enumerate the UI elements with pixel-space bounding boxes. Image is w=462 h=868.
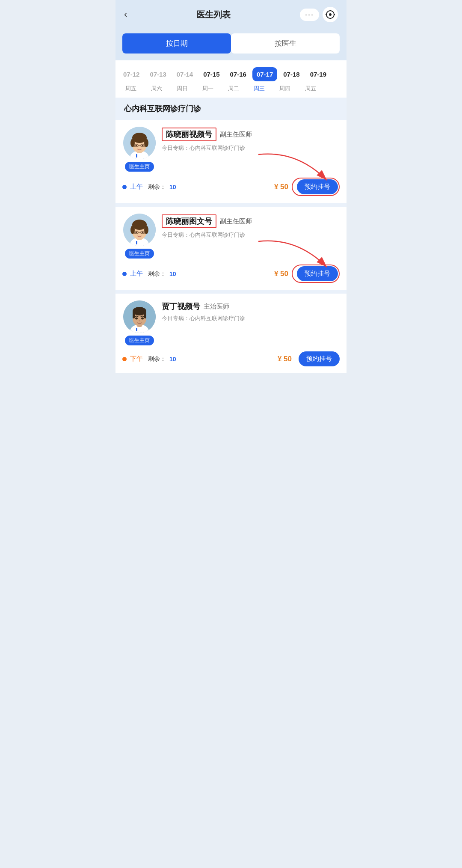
date-num: 07-18	[283, 71, 299, 78]
svg-point-41	[135, 318, 138, 320]
svg-rect-32	[136, 241, 137, 244]
date-item-0718[interactable]: 07-18	[279, 67, 304, 81]
date-num: 07-19	[310, 71, 326, 78]
page-title: 医生列表	[127, 9, 300, 21]
svg-point-31	[142, 232, 144, 233]
svg-point-1	[329, 13, 332, 16]
svg-point-30	[136, 232, 137, 233]
appt-time: 上午	[130, 183, 143, 191]
doctor-name-3: 贾丁视频号	[162, 301, 200, 312]
appt-price-3: ¥ 50	[278, 355, 292, 363]
avatar	[123, 127, 156, 159]
date-item-0719[interactable]: 07-19	[306, 67, 331, 81]
header: ‹ 医生列表 ···	[116, 0, 346, 29]
tab-by-doctor[interactable]: 按医生	[231, 33, 340, 54]
doctor-name-row-3: 贾丁视频号 主治医师	[162, 301, 340, 312]
appt-remain-label-2: 剩余：	[148, 270, 166, 278]
doctor-top: 医生主页 陈晓丽视频号 副主任医师 今日专病：心内科互联网诊疗门诊	[122, 127, 340, 172]
date-num: 07-16	[230, 71, 246, 78]
book-button-2[interactable]: 预约挂号	[297, 266, 338, 281]
date-num: 07-17	[257, 71, 273, 78]
day-0714: 周日	[170, 85, 194, 92]
avatar-wrap-2: 医生主页	[122, 214, 157, 259]
doctor-specialty-3: 今日专病：心内科互联网诊疗门诊	[162, 314, 340, 323]
doctor-home-btn-3[interactable]: 医生主页	[125, 336, 154, 345]
day-0712: 周五	[119, 85, 143, 92]
doctor-name-row: 陈晓丽视频号 副主任医师	[162, 128, 340, 141]
appt-remain-num: 10	[169, 184, 176, 190]
date-num: 07-13	[150, 71, 166, 78]
date-item-0716[interactable]: 07-16	[226, 67, 251, 81]
date-item-0712[interactable]: 07-12	[119, 67, 144, 81]
avatar-wrap: 医生主页	[122, 127, 157, 172]
appt-remain-label-3: 剩余：	[148, 355, 166, 363]
doctor-specialty-2: 今日专病：心内科互联网诊疗门诊	[162, 231, 340, 239]
divider-2	[116, 290, 346, 294]
appt-row-2: 上午 剩余： 10 ¥ 50 预约挂号	[122, 259, 340, 290]
svg-rect-43	[136, 328, 137, 331]
day-0715: 周一	[196, 85, 220, 92]
appt-remain-num-3: 10	[169, 356, 176, 363]
book-btn-wrap-2: 预约挂号	[292, 265, 340, 283]
day-0718: 周四	[273, 85, 297, 92]
appt-dot	[122, 185, 127, 189]
svg-point-17	[142, 145, 144, 146]
doctor-home-btn-2[interactable]: 医生主页	[125, 249, 154, 259]
divider-1	[116, 203, 346, 207]
svg-rect-18	[136, 154, 137, 158]
appt-price-2: ¥ 50	[274, 270, 288, 278]
doctor-info-2: 陈晓丽图文号 副主任医师 今日专病：心内科互联网诊疗门诊	[162, 214, 340, 239]
appt-dot-2	[122, 272, 127, 276]
avatar-3	[123, 300, 156, 333]
day-0716: 周二	[222, 85, 246, 92]
day-0717: 周三	[247, 85, 271, 92]
more-button[interactable]: ···	[300, 9, 319, 21]
svg-rect-40	[144, 311, 146, 318]
day-0713: 周六	[145, 85, 169, 92]
doctor-card-jiading: 医生主页 贾丁视频号 主治医师 今日专病：心内科互联网诊疗门诊 下午 剩余： 1…	[116, 294, 346, 373]
doctor-top-2: 医生主页 陈晓丽图文号 副主任医师 今日专病：心内科互联网诊疗门诊	[122, 214, 340, 259]
appt-remain-label: 剩余：	[148, 183, 166, 191]
appt-dot-3	[122, 357, 127, 361]
date-num: 07-12	[123, 71, 139, 78]
doctor-name: 陈晓丽视频号	[162, 128, 216, 141]
day-row: 周五 周六 周日 周一 周二 周三 周四 周五	[116, 83, 346, 98]
appt-row-3: 下午 剩余： 10 ¥ 50 预约挂号	[122, 345, 340, 373]
date-num: 07-15	[203, 71, 219, 78]
date-item-0715[interactable]: 07-15	[199, 67, 224, 81]
date-item-0717[interactable]: 07-17	[252, 67, 277, 81]
avatar-2	[123, 214, 156, 246]
doctor-home-btn-1[interactable]: 医生主页	[125, 162, 154, 172]
doctor-card-chen-text: 医生主页 陈晓丽图文号 副主任医师 今日专病：心内科互联网诊疗门诊 上午 剩余：…	[116, 207, 346, 290]
target-button[interactable]	[323, 7, 338, 22]
doctor-name-row-2: 陈晓丽图文号 副主任医师	[162, 214, 340, 228]
book-btn-wrap-1: 预约挂号	[292, 178, 340, 196]
appt-row-1: 上午 剩余： 10 ¥ 50 预约挂号	[122, 172, 340, 203]
svg-rect-39	[133, 311, 135, 318]
header-icons: ···	[300, 7, 338, 22]
svg-point-42	[141, 318, 144, 320]
date-num: 07-14	[177, 71, 193, 78]
doctor-title-2: 副主任医师	[220, 217, 252, 226]
doctor-card-chen-video: 医生主页 陈晓丽视频号 副主任医师 今日专病：心内科互联网诊疗门诊 上午 剩余：…	[116, 120, 346, 203]
doctor-top-3: 医生主页 贾丁视频号 主治医师 今日专病：心内科互联网诊疗门诊	[122, 300, 340, 345]
date-item-0713[interactable]: 07-13	[145, 67, 170, 81]
doctor-specialty: 今日专病：心内科互联网诊疗门诊	[162, 144, 340, 152]
avatar-wrap-3: 医生主页	[122, 300, 157, 345]
date-section: 07-12 07-13 07-14 07-15 07-16 07-17 07-1…	[116, 60, 346, 98]
appt-time-3: 下午	[130, 355, 143, 363]
appt-price: ¥ 50	[274, 183, 288, 191]
section-header: 心内科互联网诊疗门诊	[116, 98, 346, 120]
back-button[interactable]: ‹	[124, 9, 127, 20]
doctor-info: 陈晓丽视频号 副主任医师 今日专病：心内科互联网诊疗门诊	[162, 127, 340, 152]
appt-time-2: 上午	[130, 270, 143, 278]
tab-by-date[interactable]: 按日期	[122, 33, 231, 54]
book-button-3[interactable]: 预约挂号	[299, 351, 340, 366]
doctor-info-3: 贾丁视频号 主治医师 今日专病：心内科互联网诊疗门诊	[162, 300, 340, 323]
date-item-0714[interactable]: 07-14	[172, 67, 197, 81]
date-scroll-row: 07-12 07-13 07-14 07-15 07-16 07-17 07-1…	[116, 65, 346, 83]
doctor-title-3: 主治医师	[204, 303, 229, 311]
book-button-1[interactable]: 预约挂号	[297, 179, 338, 194]
svg-point-16	[136, 145, 137, 146]
doctor-name-2: 陈晓丽图文号	[162, 214, 216, 228]
